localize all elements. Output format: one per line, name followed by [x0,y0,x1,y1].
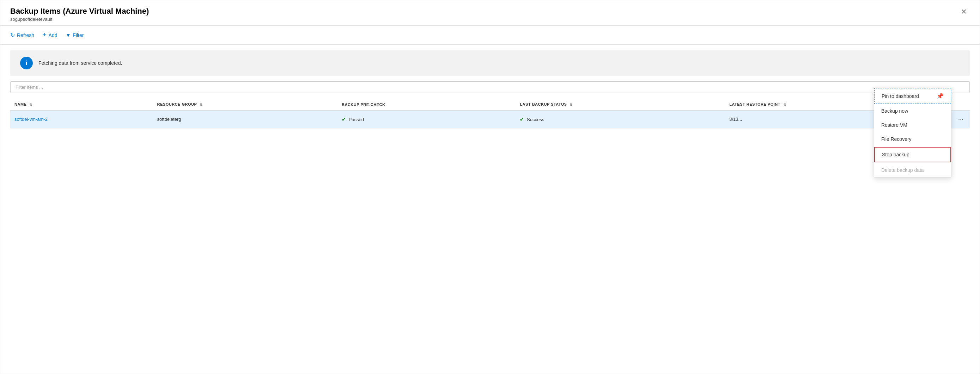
search-bar [10,81,970,93]
pin-icon: 📌 [937,93,944,99]
last-backup-icon: ✔ [520,117,524,122]
refresh-icon: ↻ [10,32,15,38]
close-button[interactable]: ✕ [958,7,970,17]
panel-title: Backup Items (Azure Virtual Machine) [10,7,149,16]
pre-check-icon: ✔ [342,117,346,122]
table-container: NAME ⇅ RESOURCE GROUP ⇅ BACKUP PRE-CHECK… [0,98,980,374]
add-icon: + [43,31,46,39]
filter-button[interactable]: ▼ Filter [65,31,84,40]
panel-subtitle: sogupsoftdeletevault [10,17,149,22]
add-label: Add [49,32,57,38]
context-menu-file-recovery[interactable]: File Recovery [874,132,951,146]
table-row[interactable]: softdel-vm-am-2 softdeleterg ✔ Passed ✔ … [10,110,970,128]
table-body: softdel-vm-am-2 softdeleterg ✔ Passed ✔ … [10,110,970,128]
col-last-backup-status[interactable]: LAST BACKUP STATUS ⇅ [515,98,725,110]
banner-message: Fetching data from service completed. [38,60,122,66]
context-menu-delete-backup-data[interactable]: Delete backup data [874,163,951,177]
panel-header: Backup Items (Azure Virtual Machine) sog… [0,0,980,26]
col-backup-pre-check[interactable]: BACKUP PRE-CHECK [337,98,515,110]
col-resource-group[interactable]: RESOURCE GROUP ⇅ [153,98,338,110]
cell-name: softdel-vm-am-2 [10,110,153,128]
sort-rg-icon: ⇅ [200,103,203,107]
panel-title-group: Backup Items (Azure Virtual Machine) sog… [10,7,149,22]
context-menu-stop-backup[interactable]: Stop backup [874,147,951,162]
row-actions: ··· [953,116,966,123]
context-menu: Pin to dashboard 📌 Backup now Restore VM… [874,88,951,177]
info-banner: i Fetching data from service completed. [10,50,970,76]
sort-name-icon: ⇅ [29,103,32,107]
filter-icon: ▼ [65,32,70,38]
close-icon: ✕ [961,8,967,16]
cell-backup-pre-check: ✔ Passed [337,110,515,128]
refresh-button[interactable]: ↻ Refresh [10,30,34,40]
sort-lbs-icon: ⇅ [570,103,573,107]
backup-items-panel: Backup Items (Azure Virtual Machine) sog… [0,0,980,374]
table-header: NAME ⇅ RESOURCE GROUP ⇅ BACKUP PRE-CHECK… [10,98,970,110]
refresh-label: Refresh [17,32,34,38]
cell-resource-group: softdeleterg [153,110,338,128]
col-actions [949,98,970,110]
info-icon: i [20,57,33,70]
context-menu-pin-to-dashboard[interactable]: Pin to dashboard 📌 [874,88,951,104]
col-name[interactable]: NAME ⇅ [10,98,153,110]
more-button[interactable]: ··· [956,116,966,123]
filter-label: Filter [73,32,84,38]
search-input[interactable] [10,81,970,93]
add-button[interactable]: + Add [43,30,57,40]
cell-last-backup-status: ✔ Success [515,110,725,128]
sort-lrp-icon: ⇅ [783,103,786,107]
backup-items-table: NAME ⇅ RESOURCE GROUP ⇅ BACKUP PRE-CHECK… [10,98,970,128]
context-menu-restore-vm[interactable]: Restore VM [874,118,951,132]
toolbar: ↻ Refresh + Add ▼ Filter [0,26,980,45]
cell-actions: ··· [949,110,970,128]
context-menu-backup-now[interactable]: Backup now [874,104,951,118]
